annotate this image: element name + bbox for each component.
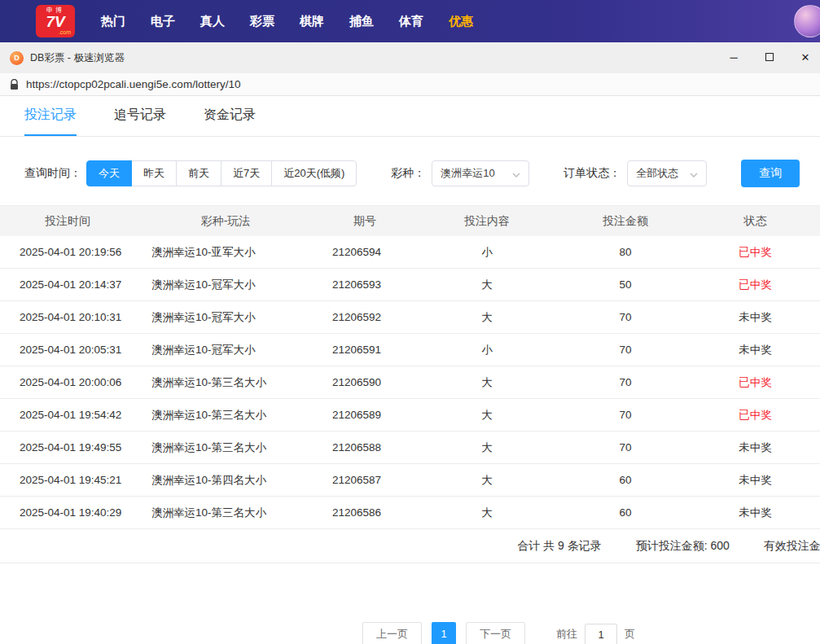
lottery-type-select[interactable]: 澳洲幸运10	[432, 160, 529, 186]
query-time-label: 查询时间：	[24, 166, 81, 181]
prev-page-button[interactable]: 上一页	[362, 622, 422, 644]
order-status-label: 订单状态：	[563, 166, 620, 181]
status-cell: 已中奖	[691, 375, 820, 390]
time-7days-button[interactable]: 近7天	[221, 160, 272, 186]
bet-time: 2025-04-01 20:14:37	[0, 278, 135, 291]
game-play: 澳洲幸运10-第四名大小	[135, 473, 316, 488]
status-text: 未中奖	[739, 441, 772, 453]
bet-amount: 60	[560, 506, 691, 519]
pagination: 上一页 1 下一页 前往 页	[89, 622, 820, 644]
status-cell: 未中奖	[691, 343, 820, 357]
time-today-button[interactable]: 今天	[86, 160, 132, 186]
bet-amount: 70	[560, 441, 691, 453]
table-row: 2025-04-01 20:00:06 澳洲幸运10-第三名大小 2120659…	[0, 366, 820, 399]
minimize-button[interactable]: ─	[727, 51, 740, 64]
site-topnav: 申博 7V .com 热门 电子 真人 彩票 棋牌 捕鱼 体育 优惠	[0, 0, 820, 42]
status-text: 已中奖	[739, 376, 772, 388]
browser-window-title: DB彩票 - 极速浏览器	[30, 51, 125, 65]
bet-time: 2025-04-01 19:45:21	[0, 474, 135, 486]
table-row: 2025-04-01 20:10:31 澳洲幸运10-冠军大小 21206592…	[0, 301, 820, 334]
status-text: 已中奖	[739, 278, 772, 291]
period: 21206588	[316, 441, 414, 453]
window-controls: ─ ✕	[727, 42, 812, 73]
header-bet-amount: 投注金额	[560, 214, 691, 229]
bet-amount: 60	[560, 474, 691, 486]
url-text: https://ctopcp02pcali.uengi5e.com/lotter…	[26, 78, 240, 90]
goto-page-group: 前往 页	[556, 624, 635, 644]
nav-item-lottery[interactable]: 彩票	[250, 14, 274, 29]
period: 21206589	[316, 409, 414, 421]
address-bar[interactable]: https://ctopcp02pcali.uengi5e.com/lotter…	[0, 73, 820, 96]
bet-time: 2025-04-01 20:00:06	[0, 376, 135, 388]
record-tabs: 投注记录 追号记录 资金记录	[0, 96, 820, 137]
game-play: 澳洲幸运10-第三名大小	[135, 440, 316, 455]
order-status-select[interactable]: 全部状态	[627, 160, 707, 186]
header-status: 状态	[691, 214, 820, 229]
table-row: 2025-04-01 19:40:29 澳洲幸运10-第三名大小 2120658…	[0, 497, 820, 529]
period: 21206591	[316, 344, 414, 356]
bet-amount: 70	[560, 376, 691, 388]
status-cell: 未中奖	[691, 310, 820, 325]
nav-item-live[interactable]: 真人	[200, 14, 225, 29]
game-play: 澳洲幸运10-第三名大小	[135, 506, 316, 520]
tab-bet-records[interactable]: 投注记录	[24, 96, 77, 136]
nav-item-fishing[interactable]: 捕鱼	[349, 14, 374, 29]
lock-icon	[10, 79, 19, 90]
logo-com-text: .com	[59, 29, 71, 36]
search-button[interactable]: 查询	[741, 160, 800, 187]
user-avatar[interactable]	[794, 5, 820, 37]
game-play: 澳洲幸运10-冠军大小	[135, 310, 316, 325]
nav-item-sports[interactable]: 体育	[399, 14, 423, 29]
browser-favicon-icon: D	[10, 51, 24, 65]
status-text: 已中奖	[739, 409, 772, 421]
bet-time: 2025-04-01 19:54:42	[0, 409, 135, 421]
game-play: 澳洲幸运10-冠军大小	[135, 278, 316, 292]
nav-item-hot[interactable]: 热门	[101, 14, 125, 29]
chevron-down-icon	[512, 168, 520, 180]
table-row: 2025-04-01 20:19:56 澳洲幸运10-亚军大小 21206594…	[0, 236, 820, 269]
order-status-value: 全部状态	[636, 166, 678, 181]
lottery-type-label: 彩种：	[391, 166, 425, 181]
period: 21206590	[316, 376, 414, 388]
nav-item-electronic[interactable]: 电子	[151, 14, 175, 29]
goto-page-input[interactable]	[585, 624, 617, 644]
lottery-records-page: 投注记录 追号记录 资金记录 查询时间： 今天 昨天 前天 近7天 近20天(低…	[0, 96, 820, 563]
bet-content: 小	[414, 245, 560, 260]
status-text: 未中奖	[739, 506, 772, 519]
table-row: 2025-04-01 19:45:21 澳洲幸运10-第四名大小 2120658…	[0, 464, 820, 497]
time-day-before-button[interactable]: 前天	[176, 160, 221, 186]
maximize-button[interactable]	[763, 51, 776, 64]
bet-content: 大	[414, 473, 560, 488]
bet-time: 2025-04-01 20:19:56	[0, 246, 135, 258]
bet-time: 2025-04-01 20:05:31	[0, 344, 135, 356]
period: 21206593	[316, 278, 414, 291]
tab-chase-records[interactable]: 追号记录	[114, 96, 166, 136]
status-text: 未中奖	[739, 474, 772, 486]
bet-content: 大	[414, 310, 560, 325]
bet-amount: 70	[560, 409, 691, 421]
current-page-button[interactable]: 1	[432, 622, 456, 644]
bet-content: 大	[414, 506, 560, 520]
game-play: 澳洲幸运10-冠军大小	[135, 343, 316, 357]
table-header-row: 投注时间 彩种-玩法 期号 投注内容 投注金额 状态	[0, 205, 820, 236]
nav-item-chess[interactable]: 棋牌	[300, 14, 324, 29]
period: 21206592	[316, 311, 414, 323]
bet-amount: 50	[560, 278, 691, 291]
summary-valid-amount: 有效投注金额: 600	[764, 539, 820, 554]
time-20days-button[interactable]: 近20天(低频)	[271, 160, 357, 186]
tab-fund-records[interactable]: 资金记录	[204, 96, 256, 136]
table-row: 2025-04-01 19:49:55 澳洲幸运10-第三名大小 2120658…	[0, 432, 820, 464]
logo-main-text: 7V	[46, 14, 64, 29]
time-yesterday-button[interactable]: 昨天	[131, 160, 177, 186]
next-page-button[interactable]: 下一页	[466, 622, 525, 644]
header-period: 期号	[316, 214, 414, 229]
status-text: 未中奖	[739, 311, 772, 323]
browser-titlebar: D DB彩票 - 极速浏览器 ─ ✕	[0, 42, 820, 73]
bet-amount: 70	[560, 311, 691, 323]
summary-bar: 合计 共 9 条记录 预计投注金额: 600 有效投注金额: 600	[0, 529, 820, 563]
bet-time: 2025-04-01 19:49:55	[0, 441, 135, 453]
close-button[interactable]: ✕	[799, 51, 812, 64]
site-logo[interactable]: 申博 7V .com	[36, 5, 75, 37]
nav-item-promo[interactable]: 优惠	[449, 14, 473, 29]
bet-content: 大	[414, 408, 560, 423]
